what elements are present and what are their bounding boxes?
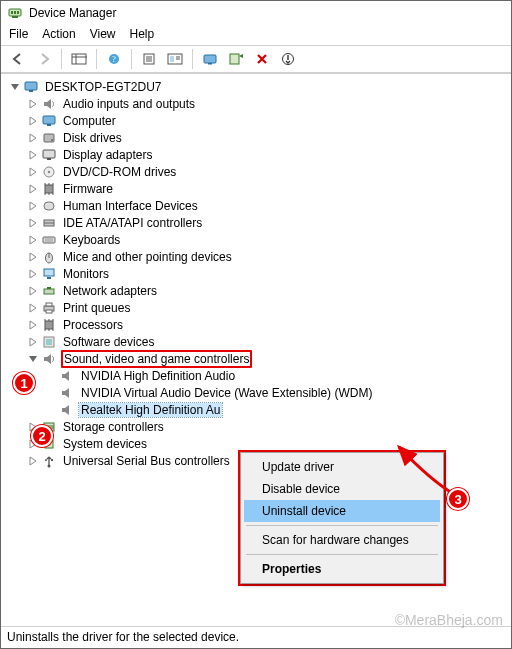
svg-rect-54 (45, 321, 53, 329)
toolbar-separator (192, 49, 193, 69)
svg-rect-24 (43, 116, 55, 124)
expand-icon[interactable] (27, 285, 39, 297)
update-driver-button[interactable] (199, 48, 221, 70)
status-text: Uninstalls the driver for the selected d… (7, 630, 239, 644)
tree-item[interactable]: NVIDIA High Definition Audio (9, 367, 511, 384)
speaker-icon (59, 385, 75, 401)
expand-icon[interactable] (27, 166, 39, 178)
tree-item-realtek[interactable]: Realtek High Definition Au (9, 401, 511, 418)
expand-icon[interactable] (27, 132, 39, 144)
hid-icon (41, 198, 57, 214)
expand-icon[interactable] (27, 149, 39, 161)
show-hide-console-button[interactable] (68, 48, 90, 70)
tree-item[interactable]: Firmware (9, 180, 511, 197)
properties-button[interactable] (138, 48, 160, 70)
tree-item[interactable]: Processors (9, 316, 511, 333)
disk-icon (41, 130, 57, 146)
tree-item-label: Universal Serial Bus controllers (61, 454, 232, 468)
device-manager-icon (7, 5, 23, 21)
svg-rect-18 (204, 55, 216, 63)
expand-icon[interactable] (27, 183, 39, 195)
expand-icon[interactable] (27, 251, 39, 263)
enable-device-button[interactable] (277, 48, 299, 70)
tree-item-label: Storage controllers (61, 420, 166, 434)
tree-item-label: System devices (61, 437, 149, 451)
svg-rect-23 (29, 90, 33, 92)
svg-rect-4 (12, 16, 18, 18)
expand-icon[interactable] (27, 319, 39, 331)
tree-item[interactable]: Disk drives (9, 129, 511, 146)
speaker-icon (59, 368, 75, 384)
svg-rect-22 (25, 82, 37, 90)
tree-item[interactable]: IDE ATA/ATAPI controllers (9, 214, 511, 231)
tree-item[interactable]: Audio inputs and outputs (9, 95, 511, 112)
forward-button[interactable] (33, 48, 55, 70)
expand-icon[interactable] (27, 98, 39, 110)
svg-rect-47 (44, 269, 54, 276)
network-icon (41, 283, 57, 299)
tree-root-label: DESKTOP-EGT2DU7 (43, 80, 163, 94)
menu-view[interactable]: View (90, 27, 116, 41)
expand-icon[interactable] (27, 336, 39, 348)
expand-icon[interactable] (27, 115, 39, 127)
menu-file[interactable]: File (9, 27, 28, 41)
expand-icon[interactable] (27, 217, 39, 229)
scan-hardware-button[interactable] (225, 48, 247, 70)
ide-icon (41, 215, 57, 231)
tree-item[interactable]: Storage controllers (9, 418, 511, 435)
console-properties-button[interactable] (164, 48, 186, 70)
ctx-properties[interactable]: Properties (244, 558, 440, 580)
tree-item[interactable]: Computer (9, 112, 511, 129)
mouse-icon (41, 249, 57, 265)
tree-root[interactable]: DESKTOP-EGT2DU7 (9, 78, 511, 95)
cpu-icon (41, 317, 57, 333)
tree-item[interactable]: Software devices (9, 333, 511, 350)
device-tree[interactable]: DESKTOP-EGT2DU7 Audio inputs and outputs… (1, 78, 511, 469)
speaker-icon (41, 351, 57, 367)
tree-item[interactable]: Mice and other pointing devices (9, 248, 511, 265)
svg-rect-28 (43, 150, 55, 158)
tree-item[interactable]: Keyboards (9, 231, 511, 248)
help-button[interactable]: ? (103, 48, 125, 70)
uninstall-device-button[interactable] (251, 48, 273, 70)
expand-icon[interactable] (27, 200, 39, 212)
tree-item-sound[interactable]: Sound, video and game controllers (9, 350, 511, 367)
tree-item-label: Disk drives (61, 131, 124, 145)
svg-rect-52 (46, 303, 52, 306)
collapse-icon[interactable] (27, 353, 39, 365)
tree-item-label: Firmware (61, 182, 115, 196)
toolbar-separator (61, 49, 62, 69)
tree-item[interactable]: Network adapters (9, 282, 511, 299)
tree-item-label: Software devices (61, 335, 156, 349)
display-icon (41, 147, 57, 163)
tree-item[interactable]: Display adapters (9, 146, 511, 163)
svg-point-68 (48, 464, 51, 467)
tree-item-label: Print queues (61, 301, 132, 315)
tree-item[interactable]: DVD/CD-ROM drives (9, 163, 511, 180)
menu-action[interactable]: Action (42, 27, 75, 41)
expand-icon[interactable] (27, 302, 39, 314)
speaker-icon (59, 402, 75, 418)
svg-rect-1 (11, 11, 13, 14)
expand-icon[interactable] (27, 455, 39, 467)
tree-item[interactable]: Human Interface Devices (9, 197, 511, 214)
svg-rect-49 (44, 289, 54, 294)
svg-rect-53 (46, 310, 52, 313)
ctx-scan-hardware[interactable]: Scan for hardware changes (244, 529, 440, 551)
window-title: Device Manager (29, 6, 116, 20)
back-button[interactable] (7, 48, 29, 70)
svg-point-31 (48, 170, 50, 172)
collapse-icon[interactable] (9, 81, 21, 93)
tree-item[interactable]: Monitors (9, 265, 511, 282)
svg-point-27 (51, 139, 53, 141)
keyboard-icon (41, 232, 57, 248)
tree-item[interactable]: Print queues (9, 299, 511, 316)
tree-item[interactable]: NVIDIA Virtual Audio Device (Wave Extens… (9, 384, 511, 401)
cd-icon (41, 164, 57, 180)
tree-item-label: Realtek High Definition Au (79, 403, 222, 417)
menu-help[interactable]: Help (130, 27, 155, 41)
expand-icon[interactable] (27, 234, 39, 246)
expand-icon[interactable] (27, 268, 39, 280)
tree-item-label: Monitors (61, 267, 111, 281)
svg-rect-20 (230, 54, 239, 64)
